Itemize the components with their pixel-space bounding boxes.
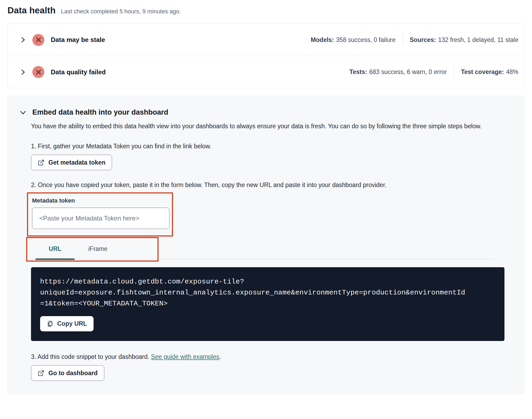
metadata-token-input[interactable] [32, 208, 169, 229]
embed-section: Embed data health into your dashboard Yo… [7, 96, 525, 394]
embed-url-line-2: uniqueId=exposure.fishtown_internal_anal… [40, 287, 494, 298]
copy-url-label: Copy URL [57, 320, 87, 327]
models-stat-value: 358 success, 0 failure [336, 36, 395, 43]
go-to-dashboard-button[interactable]: Go to dashboard [31, 365, 104, 381]
tests-stat-label: Tests: [349, 68, 367, 75]
step-3-prefix: 3. Add this code snippet to your dashboa… [31, 353, 151, 360]
sources-stat-label: Sources: [410, 36, 436, 43]
sources-stat-value: 132 fresh, 1 delayed, 11 stale [438, 36, 518, 43]
models-stat: Models:358 success, 0 failure [311, 36, 395, 44]
token-field-annotation-box: Metadata token [27, 192, 173, 236]
tests-stat-value: 683 success, 6 warn, 0 error [369, 68, 447, 75]
tab-iframe[interactable]: iFrame [78, 239, 117, 259]
status-row-data-quality[interactable]: Data quality failed Tests:683 success, 6… [8, 56, 524, 88]
page-header: Data health Last check completed 5 hours… [0, 0, 532, 15]
step-2-text: 2. Once you have copied your token, past… [31, 181, 493, 189]
error-x-circle-icon [32, 66, 44, 78]
chevron-right-icon[interactable] [20, 69, 26, 76]
status-row-title: Data quality failed [51, 68, 106, 76]
step-1-text: 1. First, gather your Metadata Token you… [31, 143, 493, 150]
models-stat-label: Models: [311, 36, 334, 43]
last-check-status: Last check completed 5 hours, 9 minutes … [61, 8, 181, 15]
embed-url-line-3: =1&token=<YOUR_METADATA_TOKEN> [40, 298, 494, 309]
tab-url[interactable]: URL [36, 239, 75, 259]
step-3-text: 3. Add this code snippet to your dashboa… [31, 353, 493, 360]
test-coverage-stat-label: Test coverage: [461, 68, 504, 75]
copy-url-button[interactable]: Copy URL [40, 316, 94, 331]
status-row-stats: Models:358 success, 0 failure Sources:13… [311, 34, 518, 45]
status-row-stats: Tests:683 success, 6 warn, 0 error Test … [349, 67, 518, 78]
metadata-token-label: Metadata token [32, 197, 172, 204]
get-metadata-token-label: Get metadata token [48, 159, 105, 166]
error-x-circle-icon [32, 34, 44, 46]
external-link-icon [38, 159, 44, 166]
embed-section-header[interactable]: Embed data health into your dashboard [20, 108, 509, 117]
embed-url-line-1: https://metadata.cloud.getdbt.com/exposu… [40, 276, 494, 287]
tests-stat: Tests:683 success, 6 warn, 0 error [349, 68, 447, 76]
embed-section-title: Embed data health into your dashboard [32, 108, 168, 117]
status-row-title: Data may be stale [51, 36, 105, 44]
copy-icon [47, 320, 53, 327]
get-metadata-token-button[interactable]: Get metadata token [31, 155, 112, 170]
step-3-suffix: . [219, 353, 221, 360]
embed-url-code-block: https://metadata.cloud.getdbt.com/exposu… [31, 267, 504, 341]
stat-divider [454, 67, 454, 78]
sources-stat: Sources:132 fresh, 1 delayed, 11 stale [410, 36, 519, 44]
embed-section-body: You have the ability to embed this data … [20, 121, 493, 381]
see-guide-link[interactable]: See guide with examples [151, 353, 219, 360]
go-to-dashboard-label: Go to dashboard [48, 370, 98, 377]
test-coverage-stat-value: 48% [506, 68, 518, 75]
test-coverage-stat: Test coverage:48% [461, 68, 518, 76]
chevron-down-icon[interactable] [20, 109, 26, 116]
external-link-icon [38, 370, 44, 377]
chevron-right-icon[interactable] [20, 36, 26, 43]
embed-description: You have the ability to embed this data … [31, 121, 488, 131]
page-title: Data health [7, 5, 56, 15]
status-card: Data may be stale Models:358 success, 0 … [7, 24, 525, 88]
status-row-data-stale[interactable]: Data may be stale Models:358 success, 0 … [8, 24, 524, 56]
output-format-tabs: URL iFrame [31, 238, 493, 262]
stat-divider [403, 34, 403, 45]
tabs-strip: URL iFrame [31, 239, 493, 259]
